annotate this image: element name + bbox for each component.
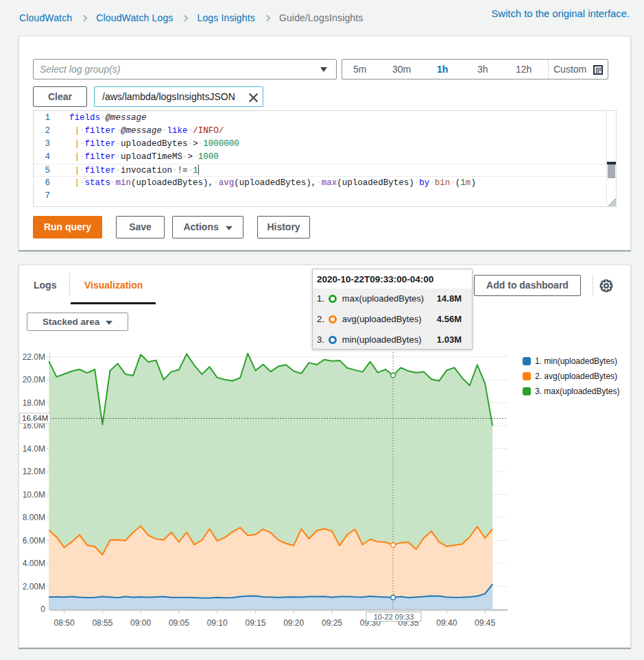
svg-text:0: 0: [40, 604, 45, 614]
svg-text:22.0M: 22.0M: [23, 352, 45, 362]
svg-text:10.0M: 10.0M: [23, 490, 45, 500]
svg-text:08:50: 08:50: [54, 618, 75, 628]
svg-text:4.00M: 4.00M: [23, 559, 45, 568]
svg-text:09:45: 09:45: [475, 618, 495, 628]
svg-text:20.0M: 20.0M: [23, 375, 45, 384]
svg-text:09:00: 09:00: [130, 618, 151, 628]
svg-text:2.00M: 2.00M: [23, 582, 45, 591]
svg-text:6.00M: 6.00M: [23, 536, 45, 546]
svg-text:09:10: 09:10: [207, 618, 228, 628]
svg-text:09:05: 09:05: [169, 618, 189, 628]
svg-text:09:25: 09:25: [322, 618, 342, 628]
svg-text:18.0M: 18.0M: [23, 398, 45, 408]
svg-text:16.64M: 16.64M: [22, 414, 48, 422]
svg-text:10-22 09:33: 10-22 09:33: [374, 613, 414, 621]
svg-text:8.00M: 8.00M: [23, 513, 45, 522]
svg-text:14.0M: 14.0M: [23, 444, 45, 454]
svg-text:08:55: 08:55: [92, 618, 112, 628]
svg-text:12.0M: 12.0M: [23, 467, 45, 476]
svg-text:09:20: 09:20: [283, 618, 304, 628]
svg-text:09:40: 09:40: [436, 618, 457, 628]
svg-text:09:15: 09:15: [245, 618, 265, 628]
